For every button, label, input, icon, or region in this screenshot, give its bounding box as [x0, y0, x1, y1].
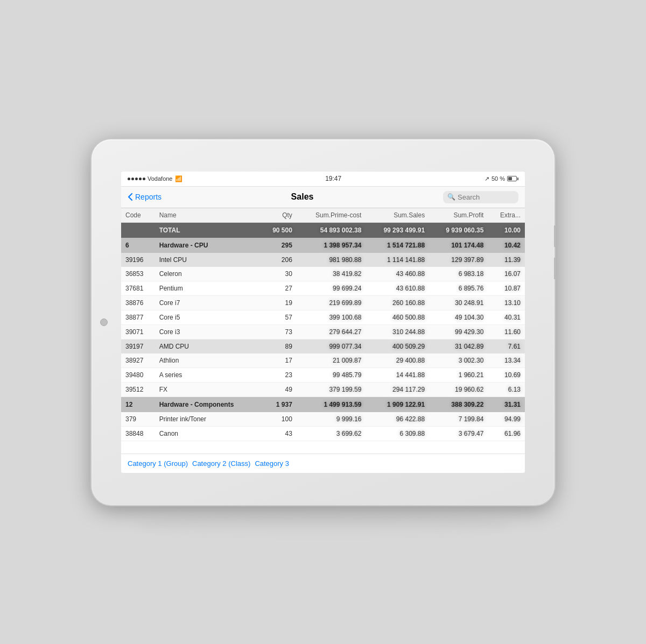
- cell-profit: 3 679.47: [429, 426, 488, 441]
- cell-sales: 14 441.88: [366, 367, 429, 382]
- cell-name: Hardware - CPU: [155, 238, 261, 253]
- cell-sales: 1 514 721.88: [366, 238, 429, 253]
- cell-name: Celeron: [155, 267, 261, 281]
- back-button[interactable]: Reports: [128, 193, 162, 201]
- cell-name: Printer ink/Toner: [155, 412, 261, 427]
- table-row: 37681 Pentium 27 99 699.24 43 610.88 6 8…: [121, 281, 525, 295]
- data-table-container[interactable]: Code Name Qty Sum.Prime-cost Sum.Sales S…: [121, 208, 525, 454]
- cell-qty: 27: [261, 281, 297, 295]
- cell-profit: 30 248.91: [429, 295, 488, 310]
- cell-prime: 99 485.79: [297, 367, 366, 382]
- table-row: 38848 Canon 43 3 699.62 6 309.88 3 679.4…: [121, 426, 525, 441]
- battery-percent: 50 %: [491, 175, 505, 182]
- table-row: 39480 A series 23 99 485.79 14 441.88 1 …: [121, 367, 525, 382]
- status-right: ↗ 50 %: [484, 175, 518, 182]
- navigation-bar: Reports Sales 🔍: [121, 187, 525, 208]
- cell-prime: 1 499 913.59: [297, 397, 366, 412]
- cell-profit: 19 960.62: [429, 382, 488, 397]
- cell-name: Hardware - Components: [155, 397, 261, 412]
- cell-prime: 54 893 002.38: [297, 222, 366, 238]
- cell-extra: 10.87: [488, 281, 525, 295]
- cell-code: 37681: [121, 281, 155, 295]
- cell-extra: 10.00: [488, 222, 525, 238]
- col-extra: Extra...: [488, 208, 525, 223]
- category-tab-0[interactable]: Category 1 (Group): [128, 459, 188, 468]
- cell-qty: 23: [261, 367, 297, 382]
- cell-prime: 21 009.87: [297, 353, 366, 368]
- cell-profit: 101 174.48: [429, 238, 488, 253]
- category-tab-2[interactable]: Category 3: [255, 459, 289, 468]
- home-button[interactable]: [100, 319, 108, 326]
- status-bar: Vodafone 📶 19:47 ↗ 50 %: [121, 172, 525, 187]
- table-row: 39196 Intel CPU 206 981 980.88 1 114 141…: [121, 253, 525, 267]
- cell-extra: 13.34: [488, 353, 525, 368]
- cell-code: [121, 222, 155, 238]
- sales-table: Code Name Qty Sum.Prime-cost Sum.Sales S…: [121, 208, 525, 441]
- cell-extra: 13.10: [488, 295, 525, 310]
- cell-profit: 99 429.30: [429, 324, 488, 339]
- cell-name: Pentium: [155, 281, 261, 295]
- table-row: 36853 Celeron 30 38 419.82 43 460.88 6 9…: [121, 267, 525, 281]
- table-row: 38927 Athlion 17 21 009.87 29 400.88 3 0…: [121, 353, 525, 368]
- table-body: TOTAL 90 500 54 893 002.38 99 293 499.91…: [121, 222, 525, 441]
- col-prime-cost: Sum.Prime-cost: [297, 208, 366, 223]
- volume-button-down[interactable]: [554, 258, 556, 279]
- category-tab-1[interactable]: Category 2 (Class): [192, 459, 250, 468]
- cell-code: 36853: [121, 267, 155, 281]
- search-input[interactable]: [458, 193, 514, 201]
- cell-qty: 100: [261, 412, 297, 427]
- cell-code: 39071: [121, 324, 155, 339]
- table-row: TOTAL 90 500 54 893 002.38 99 293 499.91…: [121, 222, 525, 238]
- wifi-icon: 📶: [175, 175, 182, 182]
- cell-name: FX: [155, 382, 261, 397]
- table-row: 38876 Core i7 19 219 699.89 260 160.88 3…: [121, 295, 525, 310]
- cell-name: A series: [155, 367, 261, 382]
- cell-extra: 10.69: [488, 367, 525, 382]
- cell-qty: 49: [261, 382, 297, 397]
- back-label: Reports: [135, 193, 162, 201]
- cell-qty: 19: [261, 295, 297, 310]
- cell-name: Core i3: [155, 324, 261, 339]
- cell-extra: 11.60: [488, 324, 525, 339]
- col-code: Code: [121, 208, 155, 223]
- back-chevron-icon: [128, 193, 133, 201]
- cell-profit: 49 104.30: [429, 310, 488, 324]
- cell-name: Athlion: [155, 353, 261, 368]
- cell-code: 38927: [121, 353, 155, 368]
- table-row: 39071 Core i3 73 279 644.27 310 244.88 9…: [121, 324, 525, 339]
- table-row: 38877 Core i5 57 399 100.68 460 500.88 4…: [121, 310, 525, 324]
- header-row: Code Name Qty Sum.Prime-cost Sum.Sales S…: [121, 208, 525, 223]
- cell-sales: 29 400.88: [366, 353, 429, 368]
- page-title: Sales: [291, 192, 314, 202]
- status-time: 19:47: [325, 175, 341, 182]
- table-row: 39512 FX 49 379 199.59 294 117.29 19 960…: [121, 382, 525, 397]
- cell-sales: 400 509.29: [366, 339, 429, 353]
- cell-extra: 10.42: [488, 238, 525, 253]
- ipad-reflection: [138, 511, 508, 537]
- cell-extra: 31.31: [488, 397, 525, 412]
- cell-qty: 89: [261, 339, 297, 353]
- cell-extra: 61.96: [488, 426, 525, 441]
- cell-sales: 99 293 499.91: [366, 222, 429, 238]
- cell-extra: 94.99: [488, 412, 525, 427]
- cell-sales: 1 909 122.91: [366, 397, 429, 412]
- cell-prime: 399 100.68: [297, 310, 366, 324]
- cell-sales: 1 114 141.88: [366, 253, 429, 267]
- cell-name: Canon: [155, 426, 261, 441]
- cell-sales: 43 610.88: [366, 281, 429, 295]
- cell-extra: 11.39: [488, 253, 525, 267]
- cell-profit: 3 002.30: [429, 353, 488, 368]
- cell-prime: 981 980.88: [297, 253, 366, 267]
- cell-prime: 9 999.16: [297, 412, 366, 427]
- cell-qty: 73: [261, 324, 297, 339]
- col-sum-sales: Sum.Sales: [366, 208, 429, 223]
- cell-code: 39196: [121, 253, 155, 267]
- cell-code: 12: [121, 397, 155, 412]
- cell-qty: 57: [261, 310, 297, 324]
- search-bar[interactable]: 🔍: [443, 191, 518, 203]
- volume-button-up[interactable]: [554, 225, 556, 247]
- arrow-signal-icon: ↗: [484, 175, 489, 182]
- cell-sales: 96 422.88: [366, 412, 429, 427]
- ipad-device: Vodafone 📶 19:47 ↗ 50 %: [92, 139, 554, 505]
- cell-sales: 6 309.88: [366, 426, 429, 441]
